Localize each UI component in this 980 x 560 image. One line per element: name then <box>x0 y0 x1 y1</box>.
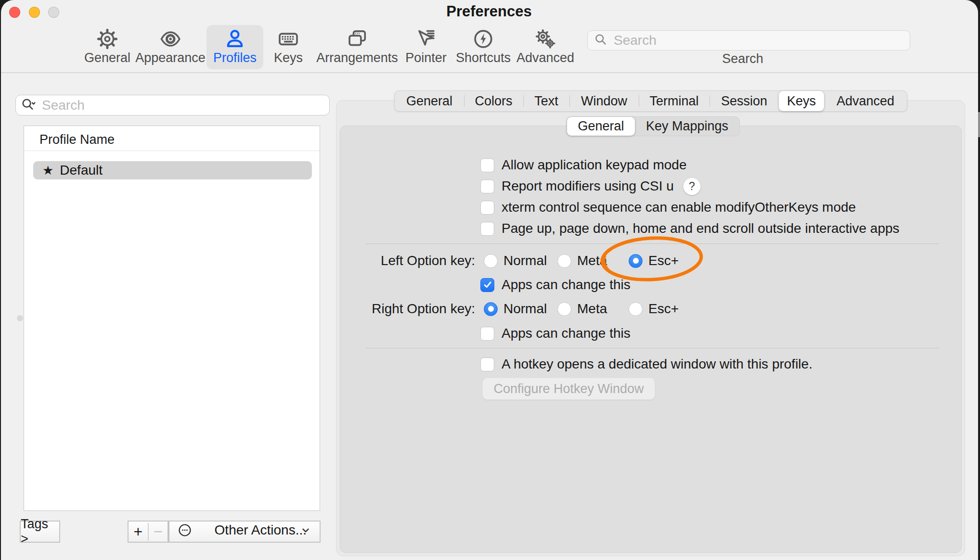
left-option-key-row: Left Option key: Normal Meta Esc+ <box>338 252 939 269</box>
tab-keys[interactable]: Keys <box>779 91 824 111</box>
toolbar-label: Profiles <box>213 51 257 65</box>
profile-search-field[interactable] <box>15 95 330 115</box>
magnifier-icon <box>593 32 608 49</box>
toolbar-label: Shortcuts <box>456 51 511 65</box>
profile-name: Default <box>60 163 103 178</box>
subtab-key-mappings[interactable]: Key Mappings <box>635 117 739 136</box>
tags-button-label: Tags > <box>21 517 59 547</box>
toolbar-item-advanced[interactable]: Advanced <box>510 25 581 69</box>
hotkey-row[interactable]: A hotkey opens a dedicated window with t… <box>480 356 812 373</box>
radio-button[interactable] <box>557 302 571 316</box>
right-option-key-label: Right Option key: <box>338 300 475 318</box>
radio-button[interactable] <box>629 302 643 316</box>
radio-right-normal[interactable]: Normal <box>484 300 547 318</box>
checkbox[interactable] <box>480 201 494 215</box>
toolbar-item-arrangements[interactable]: Arrangements <box>309 25 405 69</box>
help-button[interactable]: ? <box>683 178 701 195</box>
subtab-general[interactable]: General <box>567 117 635 136</box>
configure-hotkey-window-button[interactable]: Configure Hotkey Window <box>482 378 655 400</box>
radio-label: Esc+ <box>648 252 679 269</box>
add-remove-group: + − <box>128 521 168 543</box>
toolbar-search-label: Search <box>722 51 763 66</box>
checkbox[interactable] <box>480 158 494 172</box>
toolbar-divider <box>1 72 978 73</box>
toolbar-item-keys[interactable]: Keys <box>267 25 309 69</box>
radio-label: Normal <box>503 252 547 269</box>
checkbox[interactable] <box>480 222 494 236</box>
profile-list: Profile Name ★ Default <box>24 126 320 511</box>
close-button[interactable] <box>9 7 20 18</box>
toolbar-item-profiles[interactable]: Profiles <box>206 25 263 69</box>
toolbar-item-shortcuts[interactable]: Shortcuts <box>449 25 517 69</box>
checkbox-label: Page up, page down, home and end scroll … <box>502 221 900 236</box>
cursor-icon <box>415 28 437 50</box>
checkbox[interactable] <box>480 179 494 193</box>
radio-button[interactable] <box>484 302 498 316</box>
tab-advanced[interactable]: Advanced <box>824 91 907 111</box>
checkbox-label: Apps can change this <box>502 277 631 293</box>
toolbar-search-input[interactable] <box>613 32 904 49</box>
tab-text[interactable]: Text <box>523 91 569 111</box>
bolt-circle-icon <box>472 28 494 50</box>
tab-window[interactable]: Window <box>569 91 639 111</box>
toolbar-label: Keys <box>274 51 303 65</box>
keys-subtab-bar: General Key Mappings <box>567 116 740 136</box>
radio-button[interactable] <box>557 254 571 268</box>
tab-session[interactable]: Session <box>709 91 779 111</box>
checkbox[interactable] <box>480 327 494 341</box>
radio-right-meta[interactable]: Meta <box>557 300 607 318</box>
checkbox-label: Apps can change this <box>502 326 631 341</box>
toolbar-item-pointer[interactable]: Pointer <box>399 25 453 69</box>
toolbar-label: General <box>84 51 130 65</box>
tags-button[interactable]: Tags > <box>20 521 60 543</box>
checkbox-row-csi-u[interactable]: Report modifiers using CSI u ? <box>480 178 701 195</box>
gears-icon <box>534 28 556 50</box>
radio-label: Esc+ <box>648 300 679 318</box>
profile-search-input[interactable] <box>41 97 324 114</box>
divider-dot <box>17 315 23 321</box>
section-divider <box>365 243 939 244</box>
remove-profile-button[interactable]: − <box>148 523 168 541</box>
person-icon <box>224 28 246 50</box>
toolbar-item-appearance[interactable]: Appearance <box>129 25 212 69</box>
checkbox[interactable] <box>480 278 494 292</box>
radio-left-esc[interactable]: Esc+ <box>629 252 679 269</box>
radio-button[interactable] <box>629 254 643 268</box>
gear-icon <box>96 28 118 50</box>
checkbox-row-scroll-outside[interactable]: Page up, page down, home and end scroll … <box>480 220 900 237</box>
preferences-window: Preferences General Appearance <box>1 0 978 560</box>
section-divider <box>365 348 939 348</box>
radio-button[interactable] <box>484 254 498 268</box>
minimize-button[interactable] <box>29 7 40 18</box>
right-edge-artifact <box>978 112 980 137</box>
other-actions-dropdown[interactable]: Other Actions... <box>168 521 321 543</box>
toolbar-label: Appearance <box>135 51 206 65</box>
window-title: Preferences <box>446 3 532 20</box>
toolbar-search-field[interactable] <box>587 30 910 51</box>
tab-general[interactable]: General <box>395 91 464 111</box>
tab-terminal[interactable]: Terminal <box>639 91 709 111</box>
zoom-button[interactable] <box>48 7 59 18</box>
profile-list-header: Profile Name <box>39 132 115 147</box>
right-option-key-row: Right Option key: Normal Meta Esc+ <box>338 300 939 318</box>
apps-can-change-left-row[interactable]: Apps can change this <box>480 276 631 293</box>
radio-label: Meta <box>577 300 607 318</box>
radio-label: Meta <box>577 252 607 269</box>
checkbox-row-keypad[interactable]: Allow application keypad mode <box>480 156 686 174</box>
magnifier-menu-icon <box>21 97 37 114</box>
checkbox-label: xterm control sequence can enable modify… <box>502 200 856 215</box>
radio-right-esc[interactable]: Esc+ <box>629 300 679 318</box>
radio-left-meta[interactable]: Meta <box>557 252 607 269</box>
apps-can-change-right-row[interactable]: Apps can change this <box>480 325 631 342</box>
checkbox-row-modifyotherkeys[interactable]: xterm control sequence can enable modify… <box>480 199 856 216</box>
tab-colors[interactable]: Colors <box>464 91 523 111</box>
checkbox-label: A hotkey opens a dedicated window with t… <box>502 356 812 372</box>
checkbox[interactable] <box>480 357 494 371</box>
radio-left-normal[interactable]: Normal <box>484 252 547 269</box>
profile-row-default[interactable]: ★ Default <box>33 161 312 179</box>
windows-icon <box>346 28 368 50</box>
left-option-key-label: Left Option key: <box>338 252 475 269</box>
add-profile-button[interactable]: + <box>129 523 148 541</box>
checkbox-label: Allow application keypad mode <box>502 157 686 173</box>
keyboard-icon <box>277 28 299 50</box>
